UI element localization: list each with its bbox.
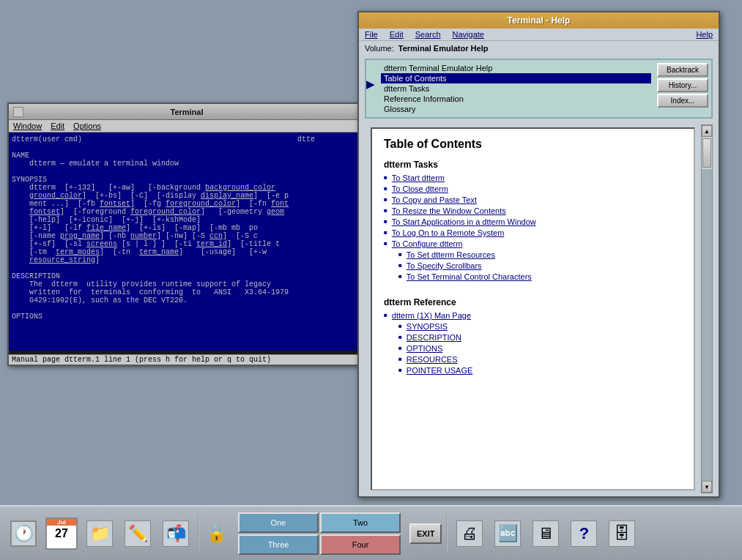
taskbar-icon-tools[interactable]: ✏️: [120, 513, 155, 554]
help-link-start[interactable]: To Start dtterm: [384, 173, 682, 183]
help-sublink-pointer[interactable]: POINTER USAGE: [398, 365, 682, 376]
help-link-start-apps[interactable]: To Start Applications in a dtterm Window: [384, 217, 682, 227]
window-button-four[interactable]: Four: [320, 534, 401, 555]
index-button[interactable]: Index...: [657, 94, 708, 108]
link-start-dtterm[interactable]: To Start dtterm: [392, 173, 445, 183]
scroll-thumb[interactable]: [702, 138, 711, 168]
help-menu-search[interactable]: Search: [415, 30, 441, 39]
help-nav-item-main[interactable]: dtterm Terminal Emulator Help: [381, 63, 651, 73]
help-nav-item-toc[interactable]: Table of Contents: [381, 73, 651, 83]
terminal-menubar: Window Edit Options: [9, 120, 365, 132]
window-btn-row-bottom: Three Four: [238, 534, 401, 555]
taskbar-icon-help[interactable]: ?: [566, 513, 601, 554]
help-link-resize[interactable]: To Resize the Window Contents: [384, 206, 682, 216]
taskbar-separator-2: [446, 515, 448, 552]
taskbar-icon-clock[interactable]: 🕐: [6, 513, 41, 554]
help-sublink-resources[interactable]: To Set dtterm Resources: [398, 250, 682, 260]
taskbar-icon-mail[interactable]: 📬: [158, 513, 193, 554]
window-button-one[interactable]: One: [238, 512, 319, 533]
terminal-title: Terminal: [170, 108, 203, 116]
help-sublink-options[interactable]: OPTIONS: [398, 343, 682, 354]
help-nav-tree: dtterm Terminal Emulator Help Table of C…: [378, 60, 654, 117]
help-volume-name: Terminal Emulator Help: [398, 44, 489, 53]
help-content: Table of Contents dtterm Tasks To Start …: [371, 127, 695, 490]
window-button-two[interactable]: Two: [320, 512, 401, 533]
lock-icon: 🔒: [207, 524, 226, 543]
help-nav-item-glossary[interactable]: Glossary: [381, 104, 651, 114]
archive-icon: 🗄: [609, 520, 635, 547]
clock-icon: 🕐: [10, 520, 37, 547]
link-synopsis[interactable]: SYNOPSIS: [407, 321, 448, 332]
help-sublink-description[interactable]: DESCRIPTION: [398, 332, 682, 343]
help-sublink-synopsis[interactable]: SYNOPSIS: [398, 321, 682, 332]
backtrack-button[interactable]: Backtrack: [657, 63, 708, 77]
help-menu-navigate[interactable]: Navigate: [453, 30, 484, 39]
help-title: Terminal - Help: [508, 15, 571, 26]
link-resources[interactable]: RESOURCES: [407, 354, 458, 365]
help-sublink-scrollbars[interactable]: To Specify Scrollbars: [398, 261, 682, 271]
link-close-dtterm[interactable]: To Close dtterm: [392, 184, 448, 194]
history-button[interactable]: History...: [657, 78, 708, 92]
help-link-copy[interactable]: To Copy and Paste Text: [384, 195, 682, 205]
link-scrollbars[interactable]: To Specify Scrollbars: [407, 261, 482, 271]
help-nav-item-tasks[interactable]: dtterm Tasks: [381, 83, 651, 94]
help-sublink-terminal-ctrl[interactable]: To Set Terminal Control Characters: [398, 272, 682, 282]
taskbar-icon-calendar[interactable]: Jul 27: [44, 513, 79, 554]
taskbar-icon-settings[interactable]: 🖥: [528, 513, 563, 554]
help-menu-file[interactable]: File: [365, 30, 378, 39]
help-nav-arrow: ▶: [366, 60, 378, 117]
help-link-configure[interactable]: To Configure dtterm: [384, 239, 682, 249]
help-link-logon[interactable]: To Log On to a Remote System: [384, 228, 682, 238]
scroll-down-button[interactable]: ▼: [702, 481, 712, 493]
taskbar: 🕐 Jul 27 📁 ✏️ 📬 🔒 One Two: [0, 505, 742, 560]
help-link-close[interactable]: To Close dtterm: [384, 184, 682, 194]
help-menubar: File Edit Search Navigate Help: [359, 29, 719, 41]
help-window: Terminal - Help File Edit Search Navigat…: [357, 11, 720, 498]
help-menu-help[interactable]: Help: [696, 30, 713, 39]
help-nav-item-reference[interactable]: Reference Information: [381, 94, 651, 104]
taskbar-icon-files[interactable]: 📁: [82, 513, 117, 554]
taskbar-icon-print[interactable]: 🖨: [452, 513, 487, 554]
help-content-area: Table of Contents dtterm Tasks To Start …: [365, 124, 713, 493]
help-nav-buttons: Backtrack History... Index...: [654, 60, 711, 117]
taskbar-icon-font[interactable]: 🔤: [490, 513, 525, 554]
terminal-close-button[interactable]: [13, 107, 23, 117]
window-buttons-panel: One Two Three Four: [238, 512, 401, 555]
link-description[interactable]: DESCRIPTION: [407, 332, 461, 343]
help-content-heading: Table of Contents: [384, 138, 682, 151]
font-icon: 🔤: [494, 520, 521, 547]
terminal-menu-window[interactable]: Window: [13, 122, 42, 130]
help-link-manpage[interactable]: dtterm (1X) Man Page: [384, 310, 682, 321]
link-terminal-control[interactable]: To Set Terminal Control Characters: [407, 272, 532, 282]
link-copy-paste[interactable]: To Copy and Paste Text: [392, 195, 477, 205]
taskbar-separator-1: [198, 515, 199, 552]
help-nav-panel: ▶ dtterm Terminal Emulator Help Table of…: [365, 59, 713, 119]
link-start-apps[interactable]: To Start Applications in a dtterm Window: [392, 217, 536, 227]
tools-icon: ✏️: [125, 520, 151, 547]
terminal-menu-options[interactable]: Options: [73, 122, 101, 130]
scroll-up-button[interactable]: ▲: [702, 125, 712, 137]
help-menu-edit[interactable]: Edit: [390, 30, 404, 39]
calendar-icon: Jul 27: [45, 518, 78, 550]
link-configure-dtterm[interactable]: To Configure dtterm: [392, 239, 463, 249]
help-sublink-resources2[interactable]: RESOURCES: [398, 354, 682, 365]
settings-icon: 🖥: [533, 520, 559, 547]
taskbar-icon-archive[interactable]: 🗄: [604, 513, 639, 554]
lock-area: 🔒: [207, 524, 226, 543]
help-scrollbar[interactable]: ▲ ▼: [701, 124, 713, 493]
link-resize-window[interactable]: To Resize the Window Contents: [392, 206, 506, 216]
terminal-menu-edit[interactable]: Edit: [51, 122, 64, 130]
link-logon-remote[interactable]: To Log On to a Remote System: [392, 228, 504, 238]
print-icon: 🖨: [456, 520, 483, 547]
window-btn-row-top: One Two: [238, 512, 401, 533]
help-section-tasks: dtterm Tasks: [384, 160, 682, 170]
link-set-resources[interactable]: To Set dtterm Resources: [407, 250, 495, 260]
exit-button[interactable]: EXIT: [409, 523, 442, 544]
link-pointer-usage[interactable]: POINTER USAGE: [407, 365, 472, 376]
help-volume: Volume: Terminal Emulator Help: [359, 41, 719, 56]
window-button-three[interactable]: Three: [238, 534, 319, 555]
terminal-statusbar: Manual page dtterm.1 line 1 (press h for…: [9, 354, 365, 365]
help-icon: ?: [571, 520, 597, 547]
link-man-page[interactable]: dtterm (1X) Man Page: [392, 310, 471, 321]
link-options[interactable]: OPTIONS: [407, 343, 443, 354]
